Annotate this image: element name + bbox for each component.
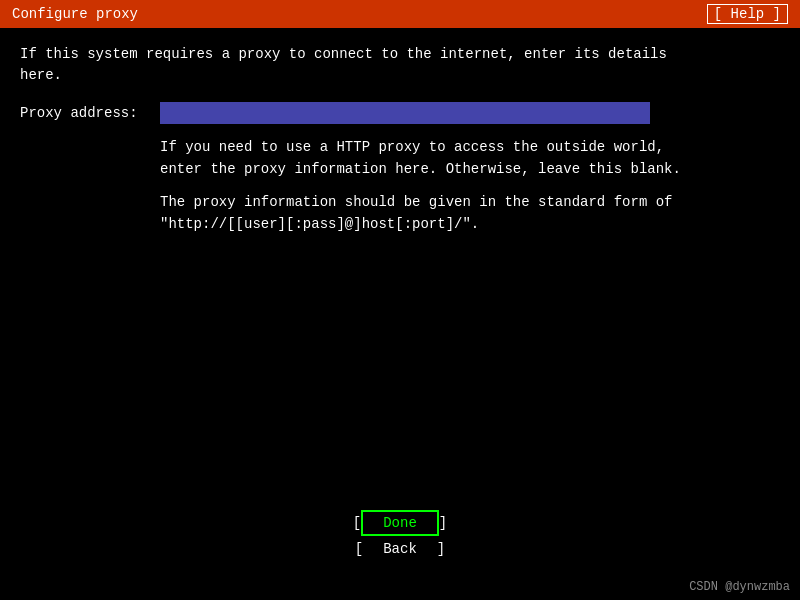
back-bracket-left: [ xyxy=(355,541,363,557)
back-row: [ Back ] xyxy=(355,538,445,560)
back-bracket-right: ] xyxy=(437,541,445,557)
done-button[interactable]: Done xyxy=(361,510,439,536)
done-bracket-right: ] xyxy=(439,515,447,531)
help-button[interactable]: [ Help ] xyxy=(707,4,788,24)
window-title: Configure proxy xyxy=(12,6,138,22)
button-area: [ Done ] [ Back ] xyxy=(0,510,800,560)
back-button[interactable]: Back xyxy=(363,538,437,560)
description-text: If this system requires a proxy to conne… xyxy=(20,44,780,86)
done-row: [ Done ] xyxy=(353,510,447,536)
proxy-format: The proxy information should be given in… xyxy=(160,191,780,236)
proxy-row: Proxy address: xyxy=(20,102,780,124)
watermark: CSDN @dynwzmba xyxy=(689,580,790,594)
proxy-label: Proxy address: xyxy=(20,105,160,121)
proxy-hint: If you need to use a HTTP proxy to acces… xyxy=(160,136,780,181)
main-content: If this system requires a proxy to conne… xyxy=(0,28,800,252)
title-bar: Configure proxy [ Help ] xyxy=(0,0,800,28)
done-bracket-left: [ xyxy=(353,515,361,531)
proxy-address-input[interactable] xyxy=(160,102,650,124)
app-container: Configure proxy [ Help ] If this system … xyxy=(0,0,800,600)
